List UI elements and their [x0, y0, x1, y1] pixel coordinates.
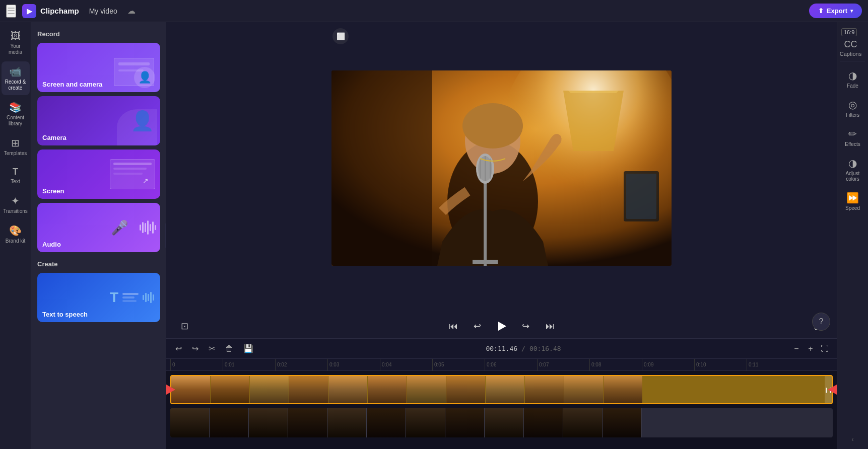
export-icon: ⬆	[818, 7, 824, 15]
ruler-mark-2: 0:02	[275, 359, 327, 370]
sidebar-item-transitions[interactable]: ✦ Transitions	[2, 191, 30, 218]
preview-frame	[331, 70, 672, 266]
sidebar-item-text[interactable]: T Text	[2, 163, 30, 189]
your-media-label: Your media	[4, 43, 28, 55]
play-icon	[498, 322, 506, 331]
fade-tool[interactable]: ◑ Fade	[839, 65, 867, 93]
timeline-ruler: 0 0:01 0:02 0:03 0:04 0:05 0:06 0:07 0:0…	[166, 359, 837, 371]
thumb-2	[211, 376, 250, 403]
ruler-mark-0: 0	[170, 359, 223, 370]
content-library-icon: 📚	[9, 101, 22, 113]
aspect-captions-row: 16:9	[839, 28, 866, 36]
ruler-mark-7: 0:07	[537, 359, 589, 370]
content-library-label: Content library	[4, 115, 28, 127]
effects-tool[interactable]: ✏ Effects	[839, 124, 867, 151]
dark-thumb-6	[367, 408, 406, 437]
thumb-12	[604, 376, 643, 403]
total-timecode: 00:16.48	[529, 345, 561, 352]
playback-left-controls: ⊡	[176, 318, 192, 334]
record-create-label: Record &create	[5, 79, 26, 91]
screen-card[interactable]: ↗ Screen	[37, 149, 160, 199]
mic-icon: 🎤	[111, 219, 128, 236]
thumb-11	[564, 376, 604, 403]
screen-and-camera-label: Screen and camera	[42, 81, 102, 88]
video-track-row: ❙❙	[170, 374, 833, 405]
play-button[interactable]	[494, 318, 510, 334]
delete-button[interactable]: 🗑	[222, 342, 236, 355]
video-track-thumbnails	[171, 376, 832, 403]
cut-button[interactable]: ✂	[206, 342, 218, 355]
dark-thumb-4	[288, 408, 327, 437]
export-chevron: ▾	[850, 8, 853, 14]
video-track[interactable]: ❙❙	[170, 375, 833, 404]
redo-icon: ↪	[192, 344, 198, 353]
undo-button[interactable]: ↩	[172, 342, 185, 355]
dark-thumb-11	[563, 408, 603, 437]
thumb-9	[486, 376, 525, 403]
timeline-fullscreen-icon: ⛶	[821, 344, 829, 353]
dark-video-track[interactable]	[170, 408, 833, 437]
right-panel-collapse[interactable]: ‹	[852, 436, 854, 443]
timecode-separator: /	[521, 345, 525, 352]
screen-label: Screen	[42, 187, 64, 195]
project-title[interactable]: My video	[85, 5, 121, 17]
zoom-out-button[interactable]: −	[790, 343, 803, 355]
sidebar-item-your-media[interactable]: 🖼 Your media	[2, 26, 30, 59]
dark-thumb-8	[445, 408, 485, 437]
screen-and-camera-card[interactable]: 👤 Screen and camera	[37, 43, 160, 92]
speed-tool[interactable]: ⏩ Speed	[839, 188, 867, 215]
dark-thumb-2	[210, 408, 249, 437]
panel-collapse-button[interactable]: ‹	[165, 223, 166, 248]
filters-tool[interactable]: ◎ Filters	[839, 95, 867, 122]
ruler-mark-4: 0:04	[380, 359, 432, 370]
logo-icon: ▶	[22, 4, 36, 18]
crop-preview-button[interactable]: ⬜	[332, 28, 349, 44]
audio-label: Audio	[42, 241, 61, 248]
rewind-button[interactable]: ↩	[470, 318, 486, 334]
timeline-fullscreen-button[interactable]: ⛶	[819, 343, 831, 355]
sidebar-item-content-library[interactable]: 📚 Content library	[2, 97, 30, 131]
sidebar-item-record-create[interactable]: 📹 Record &create	[2, 61, 30, 95]
adjust-colors-tool[interactable]: ◑ Adjust colors	[839, 153, 867, 186]
text-to-speech-card[interactable]: T Text to speech	[37, 273, 160, 322]
playback-controls: ⊡ ⏮ ↩ ↪ ⏭ ⛶	[166, 314, 837, 338]
audio-wave-deco	[140, 220, 156, 235]
sidebar-item-templates[interactable]: ⊞ Templates	[2, 133, 30, 161]
export-button[interactable]: ⬆ Export ▾	[809, 4, 862, 18]
record-cards: 👤 Screen and camera 👤 Camera ↗ S	[37, 43, 160, 252]
app-name: Clipchamp	[40, 7, 79, 15]
video-preview	[331, 70, 672, 266]
templates-label: Templates	[4, 151, 27, 157]
left-arrow-indicator	[166, 385, 175, 395]
ruler-mark-3: 0:03	[327, 359, 380, 370]
captions-button[interactable]: CC Captions	[840, 39, 861, 57]
zoom-in-button[interactable]: +	[805, 343, 817, 355]
crop-button[interactable]: ⊡	[176, 318, 192, 334]
redo-button[interactable]: ↪	[189, 342, 202, 355]
text-label: Text	[11, 179, 20, 185]
dark-thumb-1	[170, 408, 210, 437]
rewind-icon: ↩	[474, 321, 481, 332]
sidebar-item-brand-kit[interactable]: 🎨 Brand kit	[2, 220, 30, 248]
camera-card[interactable]: 👤 Camera	[37, 96, 160, 145]
audio-card[interactable]: 🎤 Audio	[37, 203, 160, 252]
camera-label: Camera	[42, 134, 66, 141]
zoom-controls: − + ⛶	[790, 343, 831, 355]
tts-label: Text to speech	[42, 311, 88, 318]
effects-label: Effects	[845, 141, 860, 147]
timeline-toolbar: ↩ ↪ ✂ 🗑 💾 00:11.46 / 00:16.48	[166, 339, 837, 359]
left-panel: Record 👤 Screen and camera 👤 Camera	[31, 22, 166, 449]
skip-to-end-button[interactable]: ⏭	[542, 318, 558, 334]
save-button[interactable]: 💾	[240, 342, 256, 355]
skip-to-start-button[interactable]: ⏮	[445, 318, 461, 334]
help-button[interactable]: ?	[812, 313, 830, 331]
speed-icon: ⏩	[846, 192, 859, 204]
screen-deco: ↗	[110, 159, 155, 189]
record-section-title: Record	[37, 30, 160, 38]
aspect-ratio-badge[interactable]: 16:9	[841, 28, 857, 36]
forward-button[interactable]: ↪	[518, 318, 534, 334]
create-section-title: Create	[37, 260, 160, 268]
menu-button[interactable]: ☰	[6, 5, 16, 18]
brand-kit-icon: 🎨	[9, 224, 22, 237]
text-icon: T	[13, 167, 18, 177]
